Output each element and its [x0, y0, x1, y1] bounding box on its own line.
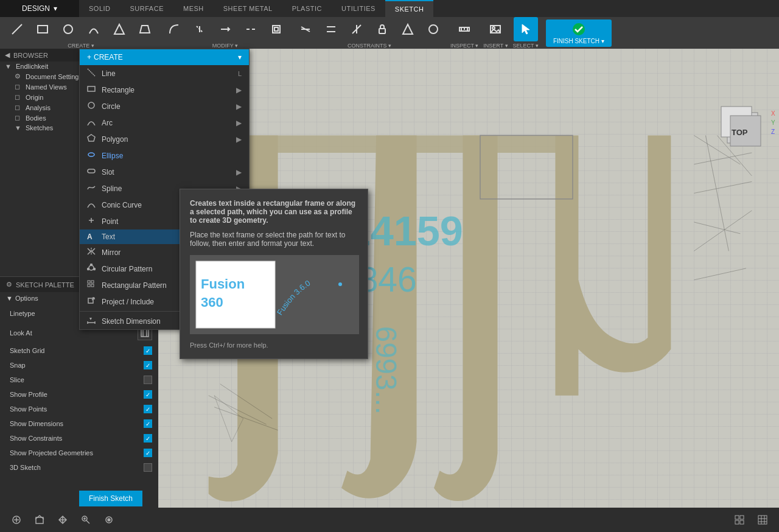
menu-label-project: Project / Include: [102, 298, 154, 306]
triangle-tool-btn[interactable]: [107, 17, 131, 41]
menu-item-slot[interactable]: Slot ▶: [80, 164, 249, 180]
arc-arrow: ▶: [236, 119, 242, 127]
show-projected-checkbox[interactable]: [144, 449, 152, 457]
svg-marker-16: [403, 24, 413, 34]
offset-tool-btn[interactable]: [264, 17, 288, 41]
menu-item-line[interactable]: Line L: [80, 65, 249, 82]
svg-point-40: [88, 268, 89, 270]
svg-text:6993...: 6993...: [370, 326, 402, 415]
mirror-menu-icon: [87, 247, 97, 257]
svg-line-28: [88, 69, 95, 76]
arc-tool-btn[interactable]: [82, 17, 106, 41]
finish-sketch-label: FINISH SKETCH ▾: [553, 38, 604, 44]
rectangular-pattern-menu-icon: [87, 280, 97, 290]
parallel-constraint-btn[interactable]: [319, 17, 343, 41]
perpendicular-constraint-btn[interactable]: [344, 17, 369, 41]
browser-title: BROWSER: [13, 52, 48, 59]
tab-utilities[interactable]: UTILITIES: [332, 0, 385, 17]
menu-item-polygon[interactable]: Polygon ▶: [80, 131, 249, 147]
show-dimensions-checkbox[interactable]: [144, 419, 152, 428]
line-tool-btn[interactable]: [5, 17, 29, 41]
status-view-btn[interactable]: [100, 511, 118, 529]
show-constraints-checkbox[interactable]: [144, 434, 152, 443]
svg-rect-43: [88, 284, 90, 287]
finish-sketch-bottom-btn[interactable]: Finish Sketch: [79, 491, 142, 506]
menu-shortcut-line: L: [238, 70, 242, 77]
circular-pattern-menu-icon: [87, 264, 97, 274]
select-btn[interactable]: [514, 17, 538, 41]
point-menu-icon: [87, 216, 97, 226]
svg-point-32: [88, 153, 94, 156]
tab-sheet-metal[interactable]: SHEET METAL: [214, 0, 282, 17]
svg-line-61: [694, 181, 752, 193]
menu-item-rectangle[interactable]: Rectangle ▶: [80, 82, 249, 98]
status-home-btn[interactable]: [30, 511, 49, 529]
create-dropdown-header[interactable]: + CREATE ▾: [80, 49, 249, 65]
finish-sketch-btn[interactable]: FINISH SKETCH ▾: [546, 19, 612, 47]
menu-item-arc[interactable]: Arc ▶: [80, 114, 249, 131]
design-button[interactable]: DESIGN ▾: [0, 0, 79, 17]
grid-toggle-btn[interactable]: [730, 511, 749, 529]
text-menu-icon: A: [87, 233, 97, 241]
3d-sketch-checkbox[interactable]: [144, 463, 152, 472]
status-pan-btn[interactable]: [54, 511, 72, 529]
rectangle-arrow: ▶: [236, 86, 242, 94]
slot-arrow: ▶: [236, 168, 242, 177]
equal-constraint-btn[interactable]: [396, 17, 420, 41]
lock-constraint-btn[interactable]: [370, 17, 394, 41]
analysis-icon: ◻: [15, 103, 23, 111]
tab-mesh[interactable]: MESH: [173, 0, 214, 17]
svg-line-86: [86, 520, 89, 523]
trim-tool-btn[interactable]: [187, 17, 212, 41]
fillet-tool-btn[interactable]: [162, 17, 186, 41]
sketch-grid-checkbox[interactable]: [144, 346, 152, 355]
menu-item-ellipse[interactable]: Ellipse: [80, 147, 249, 164]
horizontal-constraint-btn[interactable]: [293, 17, 318, 41]
show-dimensions-row: Show Dimensions: [0, 416, 158, 431]
rectangle-tool-btn[interactable]: [30, 17, 55, 41]
trapezoid-tool-btn[interactable]: [133, 17, 157, 41]
3d-sketch-row: 3D Sketch: [0, 460, 158, 475]
break-tool-btn[interactable]: [239, 17, 263, 41]
circle-arrow: ▶: [236, 102, 242, 111]
circle-tool-btn[interactable]: [56, 17, 80, 41]
svg-line-64: [694, 211, 752, 251]
slice-checkbox[interactable]: [144, 376, 152, 384]
menu-item-circle[interactable]: Circle ▶: [80, 98, 249, 114]
svg-point-30: [88, 102, 94, 108]
lookat-label: Look At: [10, 329, 32, 337]
tab-sketch[interactable]: SKETCH: [385, 0, 434, 17]
status-nav-btn[interactable]: [7, 511, 26, 529]
tooltip-desc-strong: Creates text inside a rectangular frame …: [190, 199, 355, 225]
origin-icon: ◻: [15, 93, 23, 101]
svg-rect-92: [740, 516, 744, 519]
svg-rect-91: [735, 516, 739, 519]
browser-sketches-label: Sketches: [26, 124, 53, 131]
tab-surface[interactable]: SURFACE: [121, 0, 173, 17]
sketch-grid-label: Sketch Grid: [10, 347, 44, 354]
insert-image-btn[interactable]: [483, 17, 508, 41]
svg-rect-1: [38, 26, 47, 33]
show-constraints-row: Show Constraints: [0, 431, 158, 446]
menu-label-rectangular-pattern: Rectangular Pattern: [102, 281, 167, 290]
measure-btn[interactable]: [452, 17, 477, 41]
tab-plastic[interactable]: PLASTIC: [282, 0, 332, 17]
snap-checkbox[interactable]: [144, 361, 152, 369]
show-profile-checkbox[interactable]: [144, 390, 152, 399]
display-toggle-btn[interactable]: [753, 511, 772, 529]
tooltip-popup: Creates text inside a rectangular frame …: [180, 189, 368, 359]
menu-label-arc: Arc: [102, 119, 113, 127]
eye-icon: ◻: [15, 83, 23, 91]
orientation-cube[interactable]: TOP X Y Z: [718, 103, 767, 152]
svg-text:Z: Z: [771, 128, 775, 134]
extend-tool-btn[interactable]: [213, 17, 237, 41]
status-zoom-btn[interactable]: [77, 511, 95, 529]
tool-bar: CREATE ▾: [0, 17, 779, 49]
ellipse-menu-icon: [87, 150, 97, 161]
svg-marker-4: [140, 26, 150, 33]
tab-solid[interactable]: SOLID: [79, 0, 121, 17]
svg-rect-41: [88, 281, 90, 283]
arc-menu-icon: [87, 117, 97, 128]
circle-constraint-btn[interactable]: [421, 17, 445, 41]
show-points-checkbox[interactable]: [144, 405, 152, 413]
